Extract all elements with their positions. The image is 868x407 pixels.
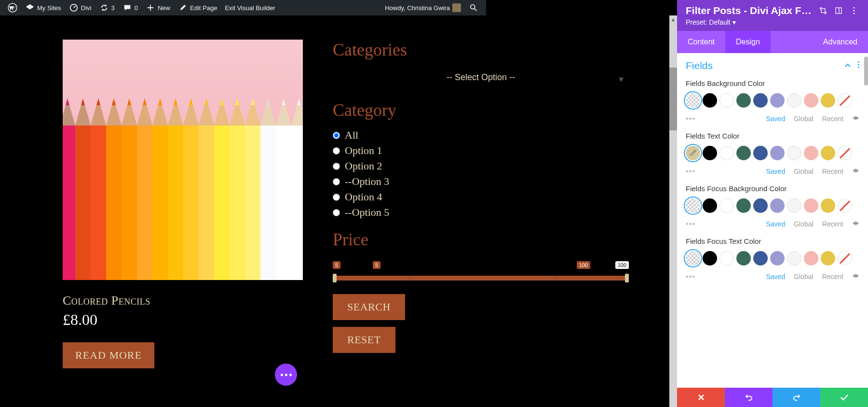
- color-swatch[interactable]: [736, 198, 751, 213]
- color-swatch[interactable]: [703, 251, 717, 266]
- color-swatch[interactable]: [719, 93, 734, 108]
- color-swatch[interactable]: [736, 146, 751, 160]
- search-button[interactable]: SEARCH: [333, 294, 405, 320]
- color-swatch-none[interactable]: [838, 198, 852, 213]
- saved-tab[interactable]: Saved: [766, 273, 785, 281]
- undo-button[interactable]: [725, 388, 773, 407]
- tab-advanced[interactable]: Advanced: [813, 31, 868, 53]
- category-radio-item[interactable]: Option 2: [333, 160, 629, 172]
- color-swatch[interactable]: [787, 93, 801, 108]
- more-icon[interactable]: •••: [686, 272, 695, 281]
- gear-icon[interactable]: [852, 167, 859, 176]
- color-swatch[interactable]: [821, 251, 835, 266]
- global-tab[interactable]: Global: [794, 273, 813, 281]
- category-radio-item[interactable]: --Option 5: [333, 206, 629, 219]
- color-swatch[interactable]: [753, 198, 768, 213]
- new-link[interactable]: New: [142, 0, 174, 15]
- color-swatch[interactable]: [736, 251, 751, 266]
- redo-button[interactable]: [773, 388, 820, 407]
- gear-icon[interactable]: [852, 220, 859, 228]
- howdy-link[interactable]: Howdy, Christina Gwira: [381, 0, 465, 15]
- category-radio-item[interactable]: Option 4: [333, 191, 629, 203]
- color-swatch[interactable]: [804, 198, 818, 213]
- color-swatch[interactable]: [736, 93, 751, 108]
- panel-scrollbar[interactable]: [864, 56, 868, 388]
- color-swatch[interactable]: [804, 93, 818, 108]
- section-title[interactable]: Fields: [686, 60, 713, 71]
- color-swatch[interactable]: [719, 198, 734, 213]
- kebab-icon[interactable]: [849, 5, 859, 16]
- kebab-icon[interactable]: [858, 61, 859, 70]
- color-swatch[interactable]: [787, 146, 801, 160]
- slider-handle-left[interactable]: [333, 274, 337, 282]
- color-swatch[interactable]: [753, 93, 768, 108]
- recent-tab[interactable]: Recent: [822, 168, 843, 175]
- color-swatch[interactable]: [787, 251, 801, 266]
- color-swatch-current[interactable]: [686, 251, 700, 266]
- color-swatch[interactable]: [770, 251, 785, 266]
- more-icon[interactable]: •••: [686, 114, 695, 123]
- preview-scrollbar[interactable]: ▲: [669, 15, 677, 407]
- search-toggle[interactable]: [465, 0, 482, 15]
- category-radio-input[interactable]: [333, 209, 340, 216]
- color-swatch[interactable]: [753, 251, 768, 266]
- color-swatch[interactable]: [770, 146, 785, 160]
- recent-tab[interactable]: Recent: [822, 220, 843, 228]
- scroll-thumb[interactable]: [669, 68, 677, 130]
- category-radio-item[interactable]: All: [333, 129, 629, 141]
- wp-logo[interactable]: [4, 0, 21, 15]
- color-swatch[interactable]: [770, 198, 785, 213]
- comments-link[interactable]: 0: [119, 0, 142, 15]
- global-tab[interactable]: Global: [794, 220, 813, 228]
- reset-button[interactable]: RESET: [333, 327, 395, 353]
- save-button[interactable]: [820, 388, 868, 407]
- updates-link[interactable]: 3: [95, 0, 119, 15]
- category-radio-item[interactable]: --Option 3: [333, 175, 629, 188]
- snap-icon[interactable]: [833, 5, 844, 16]
- categories-select[interactable]: -- Select Option -- ▼: [333, 69, 629, 86]
- color-swatch[interactable]: [821, 146, 835, 160]
- price-slider[interactable]: 5 5 100 100: [333, 261, 629, 281]
- recent-tab[interactable]: Recent: [822, 273, 843, 281]
- site-link[interactable]: Divi: [65, 0, 95, 15]
- color-swatch[interactable]: [753, 146, 768, 160]
- collapse-icon[interactable]: [844, 61, 851, 70]
- category-radio-input[interactable]: [333, 163, 340, 170]
- my-sites-link[interactable]: My Sites: [21, 0, 65, 15]
- category-radio-item[interactable]: Option 1: [333, 144, 629, 157]
- saved-tab[interactable]: Saved: [766, 168, 785, 175]
- preset-selector[interactable]: Preset: Default ▾: [686, 18, 859, 26]
- color-swatch[interactable]: [821, 93, 835, 108]
- color-swatch[interactable]: [787, 198, 801, 213]
- category-radio-input[interactable]: [333, 132, 340, 139]
- slider-handle-right[interactable]: [625, 274, 629, 282]
- color-swatch-none[interactable]: [838, 93, 852, 108]
- color-swatch[interactable]: [719, 146, 734, 160]
- more-icon[interactable]: •••: [686, 167, 695, 176]
- color-swatch[interactable]: [804, 251, 818, 266]
- color-swatch-current[interactable]: [686, 198, 700, 213]
- product-image[interactable]: [63, 40, 303, 280]
- category-radio-input[interactable]: [333, 194, 340, 201]
- read-more-button[interactable]: READ MORE: [63, 342, 154, 368]
- category-radio-input[interactable]: [333, 178, 340, 185]
- saved-tab[interactable]: Saved: [766, 115, 785, 123]
- exit-vb-link[interactable]: Exit Visual Builder: [221, 0, 279, 15]
- color-swatch-none[interactable]: [838, 251, 852, 266]
- edit-page-link[interactable]: Edit Page: [174, 0, 221, 15]
- color-swatch[interactable]: [703, 93, 717, 108]
- global-tab[interactable]: Global: [794, 115, 813, 123]
- color-swatch-current[interactable]: [686, 93, 700, 108]
- color-swatch[interactable]: [770, 93, 785, 108]
- color-swatch[interactable]: [719, 251, 734, 266]
- tab-design[interactable]: Design: [725, 31, 771, 53]
- divi-fab-button[interactable]: [275, 364, 297, 386]
- gear-icon[interactable]: [852, 114, 859, 123]
- recent-tab[interactable]: Recent: [822, 115, 843, 123]
- gear-icon[interactable]: [852, 272, 859, 281]
- expand-icon[interactable]: [818, 5, 828, 16]
- color-swatch[interactable]: [703, 198, 717, 213]
- global-tab[interactable]: Global: [794, 168, 813, 175]
- color-swatch[interactable]: [703, 146, 717, 160]
- saved-tab[interactable]: Saved: [766, 220, 785, 228]
